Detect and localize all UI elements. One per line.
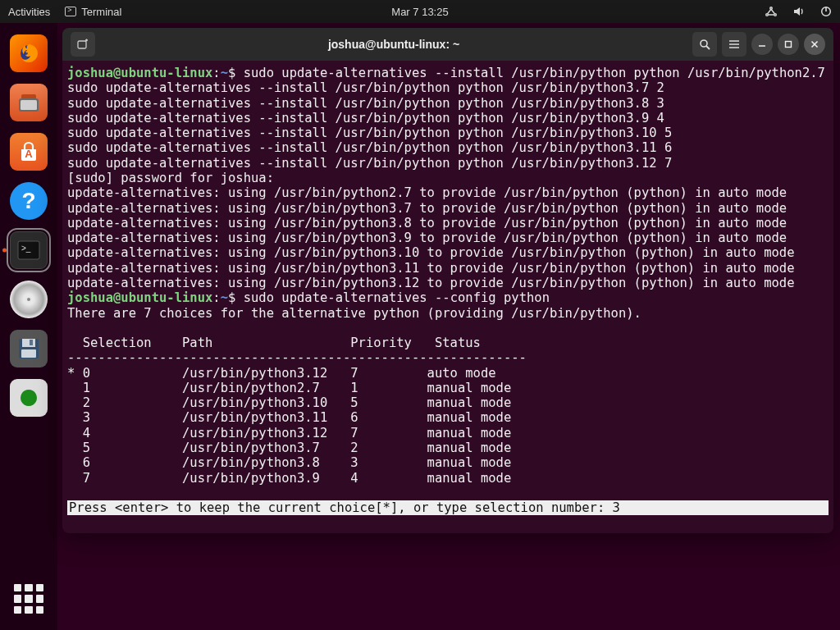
- svg-rect-14: [22, 339, 35, 347]
- dock-help[interactable]: ?: [10, 182, 48, 220]
- dock-trash[interactable]: [10, 379, 48, 417]
- svg-text:>_: >_: [21, 244, 31, 253]
- network-icon[interactable]: [765, 6, 778, 17]
- gnome-topbar: Activities Terminal Mar 7 13:25: [0, 0, 840, 23]
- svg-text:A: A: [25, 148, 33, 160]
- close-button[interactable]: [804, 34, 825, 55]
- terminal-content[interactable]: joshua@ubuntu-linux:~$ sudo update-alter…: [62, 61, 833, 533]
- svg-line-19: [706, 46, 710, 49]
- svg-rect-16: [21, 349, 36, 358]
- search-button[interactable]: [692, 32, 717, 57]
- current-app-label: Terminal: [81, 6, 121, 18]
- ubuntu-dock: A ? >_: [0, 23, 57, 630]
- svg-rect-24: [786, 42, 792, 48]
- svg-rect-17: [78, 41, 86, 48]
- terminal-small-icon: [65, 7, 76, 16]
- dock-disk[interactable]: [10, 281, 48, 318]
- svg-rect-15: [30, 340, 33, 345]
- minimize-button[interactable]: [751, 34, 773, 55]
- power-icon[interactable]: [820, 6, 832, 17]
- volume-icon[interactable]: [792, 6, 806, 17]
- new-tab-button[interactable]: [71, 32, 95, 57]
- hamburger-menu-button[interactable]: [722, 32, 746, 57]
- svg-rect-8: [21, 100, 37, 110]
- svg-point-2: [774, 14, 777, 16]
- dock-save[interactable]: [10, 330, 48, 368]
- show-applications-button[interactable]: [14, 584, 43, 614]
- svg-point-18: [701, 40, 707, 47]
- dock-software[interactable]: A: [10, 133, 48, 171]
- svg-point-12: [27, 298, 30, 301]
- window-title: joshua@ubuntu-linux: ~: [103, 38, 684, 51]
- dock-terminal[interactable]: >_: [10, 231, 48, 269]
- svg-point-0: [770, 7, 773, 10]
- dock-firefox[interactable]: [10, 34, 48, 72]
- window-titlebar: joshua@ubuntu-linux: ~: [62, 28, 833, 61]
- maximize-button[interactable]: [778, 34, 799, 55]
- dock-files[interactable]: [10, 84, 48, 121]
- activities-button[interactable]: Activities: [8, 6, 50, 18]
- terminal-window: joshua@ubuntu-linux: ~ joshua@ubuntu-lin…: [62, 28, 833, 533]
- current-app-indicator[interactable]: Terminal: [65, 6, 121, 18]
- svg-point-1: [766, 14, 769, 16]
- clock[interactable]: Mar 7 13:25: [391, 6, 448, 18]
